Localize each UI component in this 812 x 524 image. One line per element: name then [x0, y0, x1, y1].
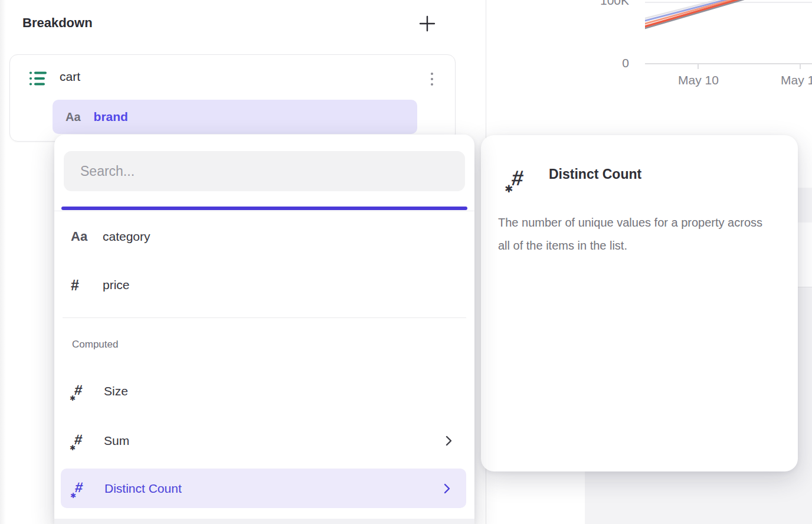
dropdown-bottom-section [54, 519, 474, 524]
computed-section-heading: Computed [72, 339, 118, 351]
x-axis-label-may11: May 11 [781, 73, 812, 87]
selected-property-name: brand [94, 110, 128, 124]
chevron-right-icon [446, 435, 452, 446]
line-chart-series [645, 0, 812, 66]
active-tab-indicator [61, 207, 467, 210]
computed-option-size[interactable]: # ✱ Size [54, 374, 474, 408]
distinct-count-tooltip: # ✱ Distinct Count The number of unique … [481, 135, 798, 471]
tab-bar-border [54, 211, 474, 211]
breakdown-section-title: Breakdown [22, 15, 93, 31]
x-axis-label-may10: May 10 [678, 73, 719, 87]
search-box [64, 151, 465, 191]
group-property-name: cart [60, 70, 80, 84]
number-type-icon: # [71, 277, 103, 294]
computed-option-distinct-count[interactable]: # ✱ Distinct Count [61, 469, 466, 508]
breakdown-group-card: cart Aa brand [9, 54, 456, 142]
string-type-icon: Aa [71, 229, 103, 244]
computed-number-icon: # ✱ [72, 431, 87, 450]
page-edge-shadow [0, 0, 6, 524]
selected-breakdown-property[interactable]: Aa brand [53, 100, 417, 134]
list-property-icon [29, 70, 48, 87]
tooltip-title: Distinct Count [549, 166, 641, 182]
y-axis-label-100k: 100K [582, 0, 629, 8]
property-option-price[interactable]: # price [54, 268, 474, 302]
computed-option-sum[interactable]: # ✱ Sum [54, 424, 474, 458]
property-option-category[interactable]: Aa category [54, 220, 474, 254]
section-divider [63, 317, 466, 318]
computed-number-icon: # ✱ [507, 166, 531, 194]
search-input[interactable] [64, 151, 465, 191]
computed-number-icon: # ✱ [72, 382, 87, 401]
plus-icon [419, 15, 436, 32]
group-options-button[interactable] [427, 69, 437, 89]
property-select-dropdown: Aa category # price Computed # ✱ Size # … [54, 135, 474, 524]
computed-number-icon: # ✱ [73, 479, 88, 498]
y-axis-label-0: 0 [582, 56, 629, 70]
string-type-icon: Aa [66, 110, 81, 124]
tooltip-description: The number of unique values for a proper… [498, 211, 777, 257]
add-breakdown-button[interactable] [417, 13, 438, 34]
chevron-right-icon [444, 483, 450, 494]
